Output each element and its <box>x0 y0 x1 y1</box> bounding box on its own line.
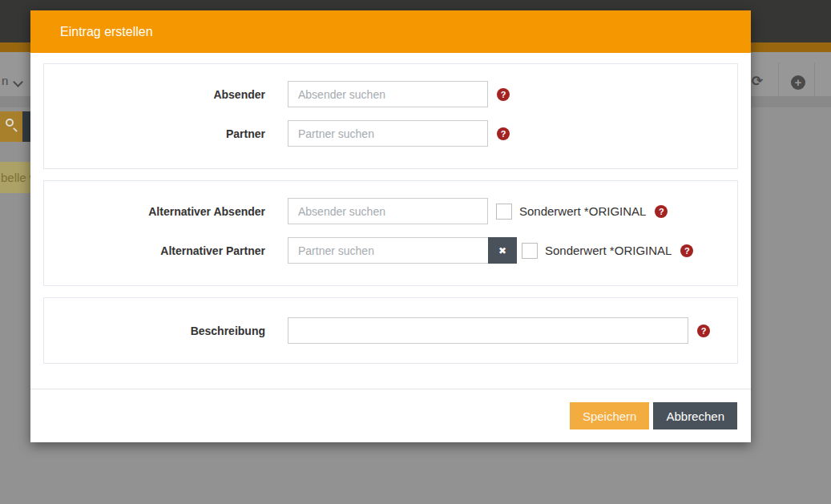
alt-partner-input[interactable] <box>288 237 488 264</box>
help-icon[interactable]: ? <box>680 244 693 257</box>
sonderwert-checkbox[interactable] <box>496 204 512 220</box>
close-icon: ✖ <box>498 245 506 256</box>
absender-label: Absender <box>44 88 265 101</box>
alt-absender-label: Alternativer Absender <box>44 205 265 218</box>
add-icon[interactable]: + <box>791 75 805 90</box>
dialog-header: Eintrag erstellen <box>30 10 751 53</box>
alt-partner-label: Alternativer Partner <box>44 244 265 257</box>
create-entry-dialog: Eintrag erstellen Absender ? Partner ? A… <box>30 10 751 442</box>
beschreibung-label: Beschreibung <box>44 325 265 337</box>
alternative-section: Alternativer Absender Sonderwert *ORIGIN… <box>43 180 738 286</box>
save-button[interactable]: Speichern <box>570 402 650 429</box>
description-section: Beschreibung ? <box>43 297 738 364</box>
sender-partner-section: Absender ? Partner ? <box>43 63 738 169</box>
sonderwert-label: Sonderwert *ORIGINAL <box>545 244 672 257</box>
help-icon[interactable]: ? <box>497 127 510 140</box>
dialog-body: Absender ? Partner ? Alternativer Absend… <box>30 53 751 364</box>
sonderwert-checkbox[interactable] <box>522 243 538 259</box>
dropdown-partial-label[interactable]: n <box>2 74 8 87</box>
alt-absender-input[interactable] <box>288 198 488 224</box>
help-icon[interactable]: ? <box>655 205 668 218</box>
search-icon <box>6 119 14 127</box>
help-icon[interactable]: ? <box>697 325 710 337</box>
refresh-icon[interactable]: ⟳ <box>752 73 763 90</box>
form-row-beschreibung: Beschreibung ? <box>44 317 737 344</box>
beschreibung-input[interactable] <box>288 317 688 344</box>
cancel-button[interactable]: Abbrechen <box>653 402 737 429</box>
dialog-footer: Speichern Abbrechen <box>30 389 751 440</box>
toolbar-divider <box>814 62 815 96</box>
help-icon[interactable]: ? <box>497 88 510 101</box>
dialog-title: Eintrag erstellen <box>60 25 153 39</box>
form-row-absender: Absender ? <box>44 81 737 107</box>
form-row-alt-partner: Alternativer Partner ✖ Sonderwert *ORIGI… <box>44 237 737 264</box>
sonderwert-label: Sonderwert *ORIGINAL <box>519 204 646 218</box>
toolbar-divider <box>778 62 779 96</box>
form-row-alt-absender: Alternativer Absender Sonderwert *ORIGIN… <box>44 198 737 224</box>
absender-input[interactable] <box>288 81 488 107</box>
form-row-partner: Partner ? <box>44 120 737 147</box>
alt-partner-input-group: ✖ <box>288 237 517 264</box>
partner-input[interactable] <box>288 120 488 147</box>
search-button[interactable] <box>0 111 22 142</box>
partner-label: Partner <box>44 127 265 140</box>
clear-input-button[interactable]: ✖ <box>488 237 517 264</box>
